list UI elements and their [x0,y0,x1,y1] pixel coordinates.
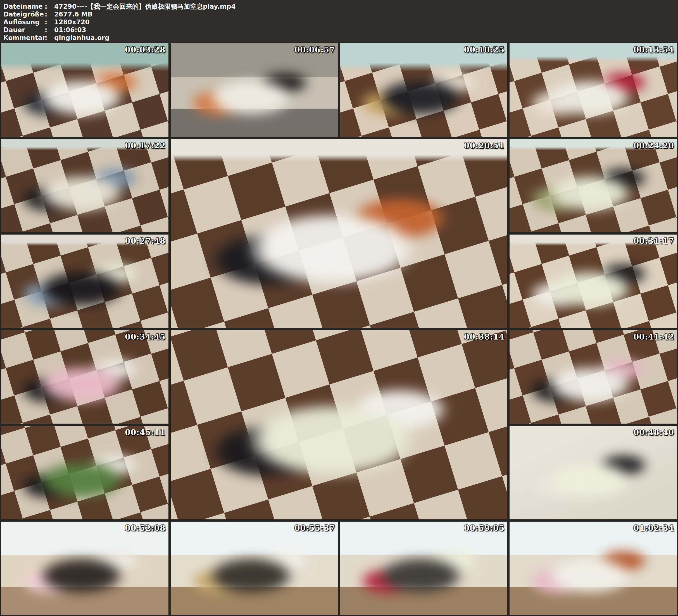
thumbnail-placeholder [510,139,677,233]
thumbnail-tile-7: 00:24:20 [510,139,677,233]
meta-value-resolution: 1280x720 [54,18,675,26]
thumbnail-tile-13: 00:45:11 [1,426,168,519]
contact-sheet: Dateiname : 47290----【我一定会回来的】伪娘极限驷马加窒息p… [0,0,678,616]
thumbnail-timestamp: 00:17:22 [125,141,166,150]
thumbnail-placeholder [510,426,677,519]
subject-color-blob [340,522,507,615]
subject-color-blob [510,522,677,615]
subject-color-blob [171,43,338,137]
thumbnail-placeholder [1,330,168,424]
meta-row-aufloesung: Auflösung : 1280x720 [3,18,675,26]
thumbnail-timestamp: 00:03:28 [125,45,166,54]
subject-color-blob [510,426,677,519]
thumbnail-timestamp: 00:38:14 [464,332,505,342]
meta-row-dateiname: Dateiname : 47290----【我一定会回来的】伪娘极限驷马加窒息p… [3,2,675,10]
thumbnail-placeholder [171,43,338,137]
thumbnail-tile-11-large: 00:38:14 [171,330,507,519]
thumbnail-placeholder [1,522,168,615]
meta-separator: : [45,34,54,42]
thumbnail-tile-16: 00:55:37 [171,522,338,615]
thumbnail-tile-1: 00:03:28 [1,43,168,137]
meta-separator: : [45,18,54,26]
subject-color-blob [1,43,168,137]
meta-row-dauer: Dauer : 01:06:03 [3,26,675,34]
thumbnail-tile-14: 00:48:40 [510,426,677,519]
thumbnail-placeholder [1,426,168,519]
thumbnail-placeholder [171,330,507,519]
subject-color-blob [171,522,338,615]
subject-color-blob [1,522,168,615]
subject-color-blob [510,139,677,233]
thumbnail-timestamp: 00:31:17 [633,236,674,246]
thumbnail-placeholder [510,522,677,615]
meta-label: Dateigröße [3,10,45,18]
thumbnail-timestamp: 00:34:45 [125,332,166,342]
thumbnail-placeholder [171,522,338,615]
thumbnail-tile-4: 00:13:54 [510,43,677,137]
thumbnail-timestamp: 00:27:48 [125,236,166,246]
thumbnail-placeholder [171,139,507,328]
thumbnail-timestamp: 00:13:54 [633,45,674,54]
thumbnail-timestamp: 00:45:11 [125,428,166,437]
meta-value-filename: 47290----【我一定会回来的】伪娘极限驷马加窒息play.mp4 [54,2,675,10]
thumbnail-placeholder [510,235,677,328]
meta-label: Dateiname [3,2,45,10]
meta-separator: : [45,26,54,34]
thumbnail-grid: 00:03:28 00:06:57 00:10:25 00:13:54 [0,42,678,616]
thumbnail-placeholder [510,43,677,137]
thumbnail-tile-5: 00:17:22 [1,139,168,233]
subject-color-blob [1,139,168,233]
thumbnail-timestamp: 00:52:08 [125,524,166,533]
thumbnail-tile-6-large: 00:20:51 [171,139,507,328]
thumbnail-timestamp: 00:55:37 [295,524,335,533]
thumbnail-placeholder [510,330,677,424]
meta-separator: : [45,2,54,10]
thumbnail-tile-12: 00:41:42 [510,330,677,424]
subject-color-blob [171,139,507,328]
subject-color-blob [510,43,677,137]
thumbnail-tile-18: 01:02:34 [510,522,677,615]
thumbnail-timestamp: 00:10:25 [464,45,505,54]
meta-label: Dauer [3,26,45,34]
meta-row-dateigroesse: Dateigröße : 2677.6 MB [3,10,675,18]
subject-color-blob [1,426,168,519]
thumbnail-tile-15: 00:52:08 [1,522,168,615]
meta-value-comment: qinglanhua.org [54,34,675,42]
subject-color-blob [1,330,168,424]
thumbnail-tile-17: 00:59:05 [340,522,507,615]
subject-color-blob [1,235,168,328]
thumbnail-tile-3: 00:10:25 [340,43,507,137]
meta-separator: : [45,10,54,18]
thumbnail-timestamp: 00:20:51 [464,141,505,150]
thumbnail-timestamp: 00:41:42 [633,332,674,342]
thumbnail-placeholder [1,139,168,233]
meta-row-kommentar: Kommentar : qinglanhua.org [3,34,675,42]
thumbnail-timestamp: 00:59:05 [464,524,505,533]
thumbnail-placeholder [1,43,168,137]
thumbnail-tile-10: 00:34:45 [1,330,168,424]
subject-color-blob [510,235,677,328]
thumbnail-placeholder [340,43,507,137]
metadata-header: Dateiname : 47290----【我一定会回来的】伪娘极限驷马加窒息p… [0,0,678,42]
meta-label: Kommentar [3,34,45,42]
thumbnail-placeholder [1,235,168,328]
thumbnail-timestamp: 00:06:57 [295,45,335,54]
thumbnail-tile-2: 00:06:57 [171,43,338,137]
thumbnail-timestamp: 00:24:20 [633,141,674,150]
thumbnail-placeholder [340,522,507,615]
thumbnail-timestamp: 00:48:40 [633,428,674,437]
meta-label: Auflösung [3,18,45,26]
thumbnail-tile-9: 00:31:17 [510,235,677,328]
thumbnail-timestamp: 01:02:34 [633,524,674,533]
meta-value-duration: 01:06:03 [54,26,675,34]
subject-color-blob [171,330,507,519]
thumbnail-tile-8: 00:27:48 [1,235,168,328]
meta-value-filesize: 2677.6 MB [54,10,675,18]
subject-color-blob [510,330,677,424]
subject-color-blob [340,43,507,137]
